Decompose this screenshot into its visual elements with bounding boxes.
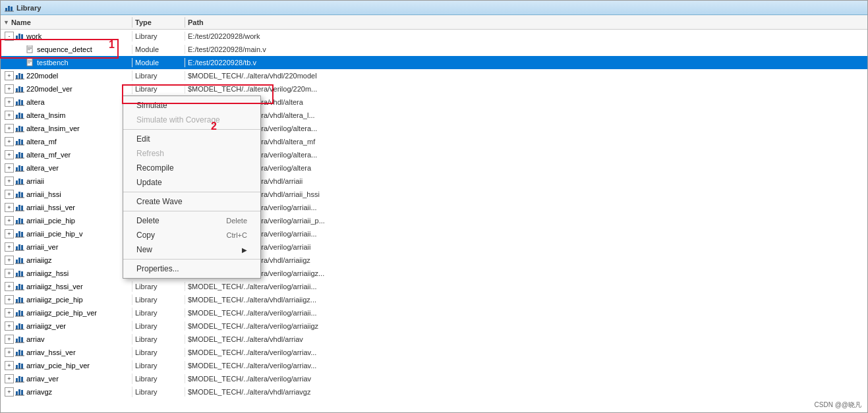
- row-name-text: arriav: [26, 335, 45, 343]
- row-name-text: arriav_pcie_hip_ver: [26, 362, 90, 370]
- row-name-text: arriaiigz_pcie_hip_ver: [26, 309, 97, 317]
- cell-type: Library: [132, 348, 185, 357]
- row-name-text: altera_mf_ver: [26, 151, 71, 159]
- expand-button[interactable]: +: [5, 203, 14, 212]
- expand-button[interactable]: +: [5, 150, 14, 159]
- tree-row[interactable]: +arriav_pcie_hip_verLibrary$MODEL_TECH/.…: [1, 359, 867, 372]
- tree-row[interactable]: +220model_verLibrary$MODEL_TECH/../alter…: [1, 82, 867, 96]
- svg-rect-6: [21, 34, 23, 40]
- expand-button[interactable]: +: [5, 97, 14, 107]
- menu-item-delete[interactable]: DeleteDelete: [123, 213, 260, 228]
- expand-button[interactable]: +: [5, 163, 14, 173]
- svg-rect-5: [18, 34, 20, 40]
- svg-rect-93: [18, 323, 20, 329]
- tree-row[interactable]: +arriaiigz_hssi_verLibrary$MODEL_TECH/..…: [1, 280, 867, 293]
- col-name-header[interactable]: ▼ Name: [1, 17, 132, 28]
- expand-button[interactable]: +: [5, 269, 14, 278]
- svg-rect-108: [16, 378, 18, 382]
- cell-path: $MODEL_TECH/../altera/verilog/altera: [185, 163, 867, 173]
- menu-item-label: Update: [136, 178, 162, 187]
- svg-rect-26: [21, 100, 23, 105]
- expand-button[interactable]: +: [5, 348, 14, 357]
- menu-item-new[interactable]: New▶: [123, 242, 260, 257]
- svg-rect-84: [16, 299, 18, 303]
- row-name-text: 220model_ver: [26, 85, 72, 93]
- expand-button[interactable]: +: [5, 177, 14, 186]
- expand-button[interactable]: +: [5, 361, 14, 370]
- tree-row[interactable]: +arriaiigz_verLibrary$MODEL_TECH/../alte…: [1, 319, 867, 333]
- svg-rect-46: [21, 166, 23, 171]
- library-icon: [15, 230, 24, 238]
- expand-button[interactable]: +: [5, 308, 14, 317]
- svg-rect-13: [28, 60, 32, 61]
- svg-rect-17: [18, 73, 20, 79]
- svg-rect-4: [16, 36, 18, 40]
- library-icon: [15, 98, 24, 106]
- svg-rect-12: [27, 59, 32, 66]
- row-name-text: arriaiigz: [26, 256, 52, 264]
- menu-item-recompile[interactable]: Recompile: [123, 161, 260, 175]
- menu-item-copy[interactable]: CopyCtrl+C: [123, 228, 260, 242]
- expand-button[interactable]: +: [5, 335, 14, 344]
- expand-button[interactable]: +: [5, 256, 14, 265]
- library-icon: [15, 164, 24, 172]
- cell-path: $MODEL_TECH/../altera/verilog/arriaiigz.…: [185, 269, 867, 278]
- svg-rect-38: [21, 140, 23, 145]
- expand-button[interactable]: +: [5, 111, 14, 120]
- library-icon: [15, 256, 24, 264]
- tree-row[interactable]: +arriavLibrary$MODEL_TECH/../altera/vhdl…: [1, 333, 867, 346]
- expand-button[interactable]: +: [5, 242, 14, 252]
- svg-rect-36: [16, 141, 18, 145]
- svg-rect-88: [16, 312, 18, 316]
- svg-rect-57: [18, 205, 20, 211]
- tree-row[interactable]: +arriavgzLibrary$MODEL_TECH/../altera/vh…: [1, 385, 867, 399]
- col-path-header[interactable]: Path: [185, 17, 867, 28]
- svg-rect-64: [16, 233, 18, 237]
- expand-button[interactable]: +: [5, 229, 14, 238]
- library-icon: [15, 204, 24, 211]
- tree-row[interactable]: +arriaiigz_pcie_hipLibrary$MODEL_TECH/..…: [1, 293, 867, 306]
- expand-button[interactable]: +: [5, 71, 14, 80]
- menu-item-edit[interactable]: Edit: [123, 132, 260, 146]
- menu-separator: [123, 129, 260, 130]
- cell-type: Library: [132, 32, 185, 41]
- menu-item-simulate[interactable]: Simulate: [123, 98, 260, 113]
- cell-name: +altera: [1, 97, 132, 107]
- row-name-text: testbench: [37, 59, 69, 67]
- tree-row[interactable]: +arriaiigz_pcie_hip_verLibrary$MODEL_TEC…: [1, 306, 867, 319]
- menu-item-create-wave[interactable]: Create Wave: [123, 194, 260, 209]
- expand-button[interactable]: +: [5, 374, 14, 383]
- menu-item-label: Edit: [136, 134, 150, 144]
- menu-item-properties[interactable]: Properties...: [123, 262, 260, 276]
- expand-button[interactable]: +: [5, 137, 14, 146]
- tree-row[interactable]: +arriav_hssi_verLibrary$MODEL_TECH/../al…: [1, 346, 867, 359]
- cell-path: E:/test/20220928/tb.v: [185, 58, 867, 67]
- tree-row[interactable]: sequence_detectModuleE:/test/20220928/ma…: [1, 43, 867, 56]
- expand-button[interactable]: +: [5, 216, 14, 225]
- library-icon: [15, 111, 24, 119]
- tree-row[interactable]: testbenchModuleE:/test/20220928/tb.v: [1, 56, 867, 69]
- svg-rect-62: [21, 219, 23, 224]
- cell-name: +220model_ver: [1, 84, 132, 94]
- library-icon: [15, 217, 24, 225]
- expand-button[interactable]: +: [5, 295, 14, 304]
- row-name-text: arriaiigz_hssi: [26, 269, 69, 277]
- cell-name: +altera_ver: [1, 163, 132, 173]
- menu-item-update[interactable]: Update: [123, 175, 260, 190]
- cell-name: +arriaii_pcie_hip_v: [1, 229, 132, 239]
- cell-name: +arriaii_ver: [1, 242, 132, 252]
- svg-rect-8: [27, 45, 32, 53]
- expand-button[interactable]: +: [5, 321, 14, 331]
- svg-rect-85: [18, 297, 20, 303]
- menu-shortcut: Ctrl+C: [227, 231, 247, 239]
- col-type-header[interactable]: Type: [132, 17, 185, 28]
- tree-row[interactable]: -workLibraryE:/test/20220928/work: [1, 30, 867, 43]
- expand-button[interactable]: +: [5, 387, 14, 397]
- expand-button[interactable]: +: [5, 124, 14, 133]
- tree-row[interactable]: +arriav_verLibrary$MODEL_TECH/../altera/…: [1, 372, 867, 385]
- tree-row[interactable]: +220modelLibrary$MODEL_TECH/../altera/vh…: [1, 69, 867, 82]
- expand-button[interactable]: -: [5, 32, 14, 41]
- expand-button[interactable]: +: [5, 190, 14, 199]
- expand-button[interactable]: +: [5, 282, 14, 291]
- expand-button[interactable]: +: [5, 84, 14, 94]
